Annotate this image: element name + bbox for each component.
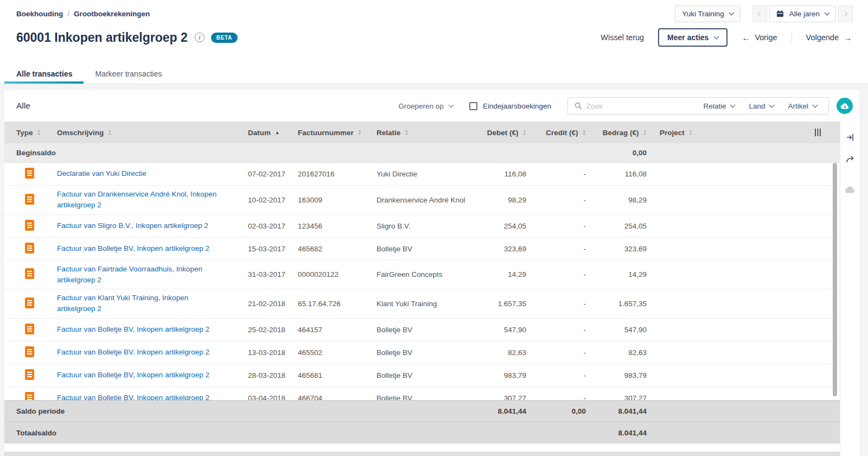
meer-acties-button[interactable]: Meer acties [658,28,727,47]
invoice-icon [25,243,34,254]
debet-cell: 254,05 [469,222,527,230]
sort-icon: ▲▼ [108,129,111,136]
transaction-link[interactable]: Factuur van Bolletje BV, Inkopen artikel… [57,392,218,400]
filter-dropdown-relatie[interactable]: Relatie [696,102,742,110]
transaction-link[interactable]: Factuur van Drankenservice André Knol, I… [57,189,236,211]
vertical-scrollbar[interactable] [833,163,837,396]
datum-cell: 02-03-2017 [236,222,286,230]
vorige-button[interactable]: ← Vorige [742,33,777,42]
breadcrumb-item-boekhouding[interactable]: Boekhouding [16,10,63,18]
year-filter-select[interactable]: Alle jaren [769,5,836,22]
administration-select[interactable]: Yuki Training [675,5,740,22]
relatie-cell: Yuki Directie [365,170,469,178]
transaction-link[interactable]: Factuur van Bolletje BV, Inkopen artikel… [57,370,218,381]
tab-markeer-transacties[interactable]: Markeer transacties [95,64,162,84]
year-filter-group: Alle jaren [752,5,853,22]
year-filter-label: Alle jaren [789,10,820,18]
column-label: Relatie [376,129,400,137]
omschrijving-cell: Factuur van Bolletje BV, Inkopen artikel… [45,324,236,335]
factuurnummer-cell: 0000020122 [286,270,365,278]
table-row[interactable]: Factuur van Drankenservice André Knol, I… [4,186,840,215]
search-icon [575,102,582,110]
filter-dropdown-artikel[interactable]: Artikel [781,102,824,110]
year-next-button[interactable] [838,5,853,22]
redo-button[interactable] [840,148,859,170]
relatie-cell: Bolletje BV [365,394,469,401]
year-prev-button[interactable] [752,5,767,22]
chevron-left-icon [757,11,763,16]
table-row[interactable]: Declaratie van Yuki Directie07-02-201720… [4,163,840,186]
vorige-label: Vorige [755,33,777,42]
transaction-link[interactable]: Factuur van Klant Yuki Training, Inkopen… [57,293,236,315]
volgende-button[interactable]: Volgende → [806,33,852,42]
info-icon[interactable]: i [195,33,205,42]
transaction-link[interactable]: Factuur van Bolletje BV, Inkopen artikel… [57,243,218,254]
type-cell [4,268,45,281]
filter-dropdown-label: Relatie [703,102,726,110]
column-header-credit[interactable]: Credit (€)▲▼ [527,129,587,137]
filter-dropdown-land[interactable]: Land [742,102,781,110]
transaction-link[interactable]: Factuur van Fairtrade Voorraadhuis, Inko… [57,264,236,286]
tabs: Alle transactiesMarkeer transacties [16,64,162,84]
eindejaarsboekingen-checkbox[interactable]: Eindejaarsboekingen [469,102,551,110]
debet-cell: 116,08 [469,170,527,178]
column-header-project[interactable]: Project▲▼ [648,129,707,137]
type-cell [4,297,45,310]
column-header-relatie[interactable]: Relatie▲▼ [365,129,469,137]
column-header-factuurnummer[interactable]: Factuurnummer▲▼ [286,129,365,137]
checkbox-box[interactable] [469,102,477,110]
table-row[interactable]: Factuur van Fairtrade Voorraadhuis, Inko… [4,261,840,290]
transaction-link[interactable]: Factuur van Bolletje BV, Inkopen artikel… [57,347,218,358]
debet-cell: 983,79 [469,371,527,379]
search-input[interactable] [586,102,696,110]
arrow-left-icon: ← [742,33,750,42]
column-header-debet[interactable]: Debet (€)▲▼ [469,129,527,137]
administration-label: Yuki Training [682,10,724,18]
column-header-bedrag[interactable]: Bedrag (€)▲▼ [587,129,648,137]
credit-cell: - [527,245,587,253]
table-row[interactable]: Factuur van Klant Yuki Training, Inkopen… [4,289,840,319]
column-settings-icon[interactable] [815,129,816,136]
cloud-sync-button[interactable] [840,179,859,200]
credit-cell: - [527,270,587,278]
invoice-icon [25,392,34,401]
breadcrumb-item-grootboekrekeningen[interactable]: Grootboekrekeningen [74,10,150,18]
invoice-icon [25,346,34,357]
breadcrumb-separator: / [67,10,69,18]
table-row[interactable]: Factuur van Bolletje BV, Inkopen artikel… [4,319,840,341]
factuurnummer-cell: 465502 [286,349,365,357]
table-row[interactable]: Factuur van Bolletje BV, Inkopen artikel… [4,387,840,401]
factuurnummer-cell: 465682 [286,245,365,253]
sort-icon: ▲▼ [523,129,526,136]
column-header-omschrijving[interactable]: Omschrijving▲▼ [45,129,236,137]
redo-arrow-icon [845,155,855,163]
table-column: Type▲▼Omschrijving▲▼Datum▲Factuurnummer▲… [4,122,840,456]
title-row: 60001 Inkopen artikelgroep 2 i BETA Wiss… [0,25,868,50]
checkbox-label: Eindejaarsboekingen [483,102,551,110]
transaction-link[interactable]: Factuur van Bolletje BV, Inkopen artikel… [57,324,218,335]
collapse-panel-button[interactable] [840,126,859,148]
bedrag-cell: 98,29 [587,196,648,204]
wissel-terug-button[interactable]: Wissel terug [601,33,644,42]
chevron-down-icon [813,103,818,108]
download-button[interactable] [837,98,853,114]
sort-ascending-icon: ▲ [275,130,279,135]
table-header: Type▲▼Omschrijving▲▼Datum▲Factuurnummer▲… [4,122,840,143]
group-by-select[interactable]: Groeperen op [399,102,453,110]
column-header-datum[interactable]: Datum▲ [236,129,286,137]
table-row[interactable]: Factuur van Bolletje BV, Inkopen artikel… [4,364,840,387]
saldo-periode-row: Saldo periode 8.041,44 0,00 8.041,44 [4,400,840,422]
table-row[interactable]: Factuur van Bolletje BV, Inkopen artikel… [4,238,840,261]
transaction-link[interactable]: Factuur van Sligro B.V., Inkopen artikel… [57,220,217,231]
transaction-link[interactable]: Declaratie van Yuki Directie [57,168,155,179]
chevron-down-icon [448,103,454,108]
table-row[interactable]: Factuur van Sligro B.V., Inkopen artikel… [4,215,840,238]
column-header-type[interactable]: Type▲▼ [4,129,45,137]
relatie-cell: Bolletje BV [365,349,469,357]
tab-alle-transacties[interactable]: Alle transacties [16,64,73,84]
invoice-icon [25,220,34,231]
factuurnummer-cell: 163009 [286,196,365,204]
column-label: Type [16,129,33,137]
table-row[interactable]: Factuur van Bolletje BV, Inkopen artikel… [4,341,840,364]
side-toolbar [840,122,859,456]
